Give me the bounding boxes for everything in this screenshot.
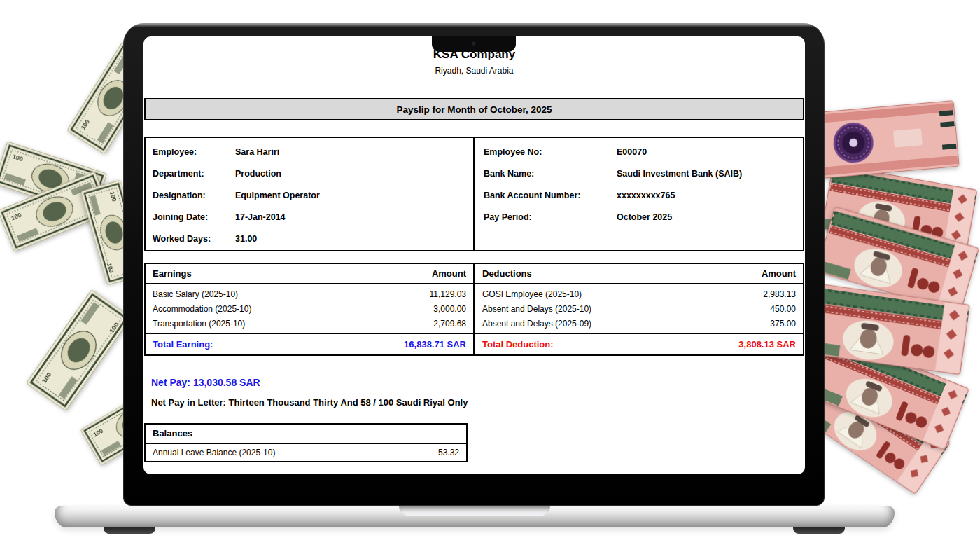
laptop-notch <box>432 36 516 52</box>
field-value: Production <box>235 169 281 179</box>
row-label: GOSI Employee (2025-10) <box>482 289 582 299</box>
row-amount: 53.32 <box>438 448 459 457</box>
field-value: E00070 <box>617 147 647 157</box>
net-pay-line: Net Pay: 13,030.58 SAR <box>144 377 804 388</box>
field-label: Joining Date: <box>153 212 235 222</box>
field-label: Department: <box>153 169 235 179</box>
field-label: Designation: <box>153 191 235 200</box>
column-header: Amount <box>762 268 796 279</box>
field-label: Bank Name: <box>484 169 617 179</box>
field-label: Bank Account Number: <box>484 191 617 200</box>
employee-info-row: Designation:Equipment Operator <box>146 184 473 206</box>
field-label: Employee No: <box>484 147 617 157</box>
deductions-section: Deductions Amount GOSI Employee (2025-10… <box>475 264 803 354</box>
laptop-lid: KSA Company Riyadh, Saudi Arabia Payslip… <box>123 23 825 506</box>
employee-info-row: Employee:Sara Hariri <box>146 141 473 163</box>
table-row: Transportation (2025-10)2,709.68 <box>146 316 473 331</box>
employee-info-row: Worked Days:31.00 <box>146 228 473 249</box>
row-label: Basic Salary (2025-10) <box>153 289 238 299</box>
table-row: Absent and Delays (2025-09)375.00 <box>475 316 803 331</box>
payslip-title-bar: Payslip for Month of October, 2025 <box>144 98 804 120</box>
employee-info-row: Bank Account Number:xxxxxxxxx765 <box>475 184 803 206</box>
row-amount: 450.00 <box>770 304 796 314</box>
row-amount: 11,129.03 <box>430 289 467 299</box>
field-label: Employee: <box>153 147 235 157</box>
table-row: Absent and Delays (2025-10)450.00 <box>475 301 803 316</box>
employee-info-right: Employee No:E00070 Bank Name:Saudi Inves… <box>475 138 803 250</box>
total-label: Total Deduction: <box>482 339 554 350</box>
employee-info-row: Employee No:E00070 <box>475 141 803 163</box>
row-amount: 2,709.68 <box>433 319 466 329</box>
deductions-header: Deductions Amount <box>475 264 803 284</box>
laptop-screen: KSA Company Riyadh, Saudi Arabia Payslip… <box>144 36 805 474</box>
riyal-note <box>807 100 959 179</box>
dollar-bill <box>66 41 160 154</box>
field-value: 31.00 <box>235 234 257 244</box>
field-value: xxxxxxxxx765 <box>617 191 675 200</box>
company-name: KSA Company <box>144 48 805 62</box>
row-label: Absent and Delays (2025-09) <box>482 319 592 329</box>
payslip-title: Payslip for Month of October, 2025 <box>396 104 552 115</box>
dollar-bill <box>80 380 186 466</box>
laptop-foot <box>793 525 845 534</box>
table-row: GOSI Employee (2025-10)2,983.13 <box>475 287 803 301</box>
field-value: October 2025 <box>617 212 672 222</box>
row-amount: 3,000.00 <box>433 304 466 314</box>
dollar-bill <box>26 289 132 411</box>
laptop-base <box>55 506 895 527</box>
deductions-rows: GOSI Employee (2025-10)2,983.13 Absent a… <box>475 284 803 333</box>
employee-info-row: Bank Name:Saudi Investment Bank (SAIB) <box>475 163 803 184</box>
dollar-bill <box>79 179 149 286</box>
field-value: 17-Jan-2014 <box>235 212 286 222</box>
row-label: Transportation (2025-10) <box>153 319 245 329</box>
table-row: Annual Leave Balance (2025-10) 53.32 <box>146 444 466 461</box>
earnings-rows: Basic Salary (2025-10)11,129.03 Accommod… <box>146 284 473 333</box>
row-label: Annual Leave Balance (2025-10) <box>153 448 275 457</box>
scene: KSA Company Riyadh, Saudi Arabia Payslip… <box>0 0 980 552</box>
laptop-lid-scoop <box>399 506 550 516</box>
employee-info-row: Pay Period:October 2025 <box>475 206 803 228</box>
total-amount: 3,808.13 SAR <box>738 339 796 350</box>
employee-info-box: Employee:Sara Hariri Department:Producti… <box>144 137 804 251</box>
row-amount: 375.00 <box>770 319 796 329</box>
table-row: Accommodation (2025-10)3,000.00 <box>146 301 473 316</box>
net-pay-letter-line: Net Pay in Letter: Thirteen Thousand Thi… <box>144 397 804 408</box>
earnings-deductions-table: Earnings Amount Basic Salary (2025-10)11… <box>144 263 804 356</box>
balances-header: Balances <box>146 425 466 444</box>
row-label: Accommodation (2025-10) <box>153 304 251 314</box>
laptop-foot <box>104 525 155 534</box>
total-amount: 16,838.71 SAR <box>404 339 466 350</box>
employee-info-row: Department:Production <box>146 163 473 184</box>
employee-info-row: Joining Date:17-Jan-2014 <box>146 206 473 228</box>
earnings-header: Earnings Amount <box>146 264 473 284</box>
table-row: Basic Salary (2025-10)11,129.03 <box>146 287 473 301</box>
company-location: Riyadh, Saudi Arabia <box>144 66 805 76</box>
total-earning-row: Total Earning: 16,838.71 SAR <box>146 333 473 354</box>
webcam-icon <box>472 41 476 46</box>
field-value: Equipment Operator <box>235 191 320 200</box>
field-value: Saudi Investment Bank (SAIB) <box>617 169 742 179</box>
column-header: Deductions <box>482 268 532 279</box>
column-header: Earnings <box>153 268 192 279</box>
row-label: Absent and Delays (2025-10) <box>482 304 592 314</box>
employee-info-left: Employee:Sara Hariri Department:Producti… <box>146 138 475 250</box>
earnings-section: Earnings Amount Basic Salary (2025-10)11… <box>146 264 475 354</box>
total-deduction-row: Total Deduction: 3,808.13 SAR <box>475 333 803 354</box>
field-label: Worked Days: <box>153 234 235 244</box>
total-label: Total Earning: <box>153 339 213 350</box>
column-header: Amount <box>432 268 466 279</box>
payslip-document: KSA Company Riyadh, Saudi Arabia Payslip… <box>144 36 805 474</box>
balances-table: Balances Annual Leave Balance (2025-10) … <box>144 423 468 462</box>
field-label: Pay Period: <box>484 212 617 222</box>
field-value: Sara Hariri <box>235 147 279 157</box>
row-amount: 2,983.13 <box>763 289 796 299</box>
